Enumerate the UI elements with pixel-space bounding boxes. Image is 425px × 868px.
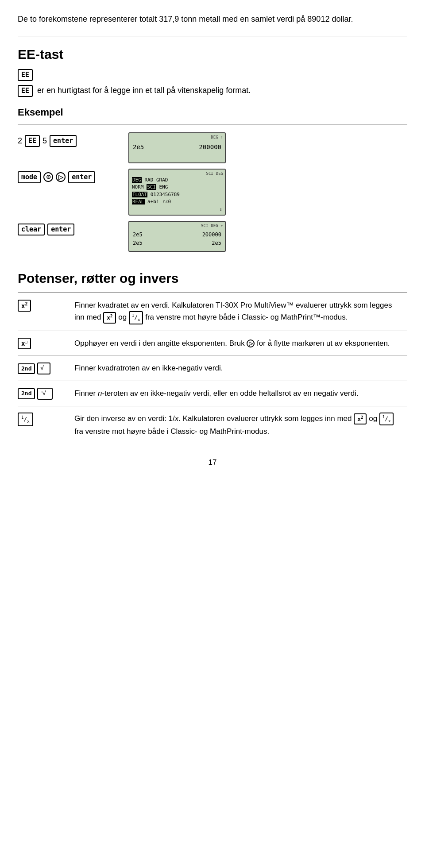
desc-cell-nthroot: Finner n-teroten av en ikke-negativ verd…	[71, 381, 407, 406]
screen-3-indicators: SCI DEG ↑	[201, 223, 223, 229]
table-row-sqrt: 2nd √ Finner kvadratroten av en ikke-neg…	[18, 356, 407, 381]
mode-row-4: REAL a+bi r∠θ	[132, 198, 222, 206]
powers-table: x2 Finner kvadratet av en verdi. Kalkula…	[18, 293, 407, 444]
mode-screen: SCI DEG DEG RAD GRAD NORM SCI ENG FLOAT …	[128, 169, 226, 216]
mode-row-3: FLOAT 0123456789	[132, 191, 222, 199]
example-label: Eksempel	[18, 105, 407, 120]
ee-description: EE er en hurtigtast for å legge inn et t…	[18, 85, 407, 97]
mode-row-1: DEG RAD GRAD	[132, 177, 222, 184]
key-5: 5	[42, 135, 47, 147]
inline-arrow-right: ▷	[247, 339, 255, 347]
ee-key-inline: EE	[18, 85, 33, 97]
key-x2: x2	[18, 300, 31, 312]
example-row-1-keys: 2 EE 5 enter	[18, 132, 115, 147]
divider-example-top	[18, 124, 407, 124]
example-row-3-keys: clear enter	[18, 221, 115, 235]
screen-1-left: 2e5	[133, 142, 144, 152]
divider-potenser-top	[18, 260, 407, 260]
screen-3-row-2: 2e5 2e5	[133, 239, 221, 247]
desc-cell-inv: Gir den inverse av en verdi: 1/x. Kalkul…	[71, 406, 407, 444]
example-row-1: 2 EE 5 enter DEG ↑ 2e5 200000	[18, 132, 407, 163]
key-enter-1: enter	[50, 135, 77, 147]
ee-section-heading: EE-tast	[18, 44, 407, 64]
key-2: 2	[18, 135, 22, 147]
key-enter-3: enter	[47, 224, 74, 235]
example-row-2-keys: mode ⊙ ▷ enter	[18, 169, 115, 183]
key-inv: 1/x	[18, 413, 33, 426]
screen-3-line2-left: 2e5	[133, 239, 143, 247]
desc-cell-xexp: Opphøyer en verdi i den angitte eksponen…	[71, 331, 407, 356]
screen-1-right: 200000	[199, 142, 221, 152]
key-arrow-right: ▷	[56, 172, 66, 182]
key-sqrt-bracket: √	[37, 363, 50, 374]
inline-key-x2-inv: x2	[354, 413, 367, 425]
table-row-xexp: x□ Opphøyer en verdi i den angitte ekspo…	[18, 331, 407, 356]
mode-indicators: SCI DEG	[206, 171, 223, 177]
key-cell-nthroot: 2nd n√	[18, 381, 71, 406]
key-ee: EE	[25, 135, 40, 147]
screen-3: SCI DEG ↑ 2e5 200000 2e5 2e5	[128, 221, 226, 252]
intro-text: De to forekomstene representerer totalt …	[18, 13, 407, 25]
key-cell-inv: 1/x	[18, 406, 71, 444]
page-number: 17	[18, 457, 407, 468]
key-xexp: x□	[18, 338, 31, 349]
key-cell-xexp: x□	[18, 331, 71, 356]
screen-3-line1-right: 200000	[202, 231, 221, 239]
divider-top	[18, 36, 407, 36]
inline-key-x2: x2	[103, 312, 116, 324]
example-row-3: clear enter SCI DEG ↑ 2e5 200000 2e5 2e5	[18, 221, 407, 252]
mode-rows-container: DEG RAD GRAD NORM SCI ENG FLOAT 01234567…	[132, 177, 222, 213]
potenser-heading: Potenser, røtter og invers	[18, 268, 407, 288]
table-row-x2: x2 Finner kvadratet av en verdi. Kalkula…	[18, 293, 407, 331]
table-row-nthroot: 2nd n√ Finner n-teroten av en ikke-negat…	[18, 381, 407, 406]
key-clear: clear	[18, 224, 45, 235]
key-2nd-nthroot: 2nd	[18, 388, 35, 399]
screen-3-row-1: 2e5 200000	[133, 231, 221, 239]
inline-key-inv2: 1/x	[379, 413, 394, 425]
mode-row-5: ↓	[132, 206, 222, 213]
desc-cell-x2: Finner kvadratet av en verdi. Kalkulator…	[71, 293, 407, 331]
key-nthroot-bracket: n√	[37, 388, 52, 400]
key-enter-2: enter	[68, 171, 95, 183]
key-2nd-sqrt: 2nd	[18, 363, 35, 374]
screen-3-content: 2e5 200000 2e5 2e5	[133, 231, 221, 247]
key-cell-x2: x2	[18, 293, 71, 331]
ee-key-display: EE	[18, 69, 33, 81]
inline-key-inv: 1/x	[129, 311, 143, 324]
screen-1-indicators: DEG ↑	[211, 135, 223, 141]
screen-3-line1-left: 2e5	[133, 231, 143, 239]
desc-cell-sqrt: Finner kvadratroten av en ikke-negativ v…	[71, 356, 407, 381]
table-row-inv: 1/x Gir den inverse av en verdi: 1/x. Ka…	[18, 406, 407, 444]
key-circle-down: ⊙	[43, 172, 53, 182]
screen-1: DEG ↑ 2e5 200000	[128, 132, 226, 163]
screen-1-row: 2e5 200000	[133, 142, 221, 152]
screen-3-line2-right: 2e5	[212, 239, 221, 247]
mode-row-2: NORM SCI ENG	[132, 184, 222, 191]
key-cell-sqrt: 2nd √	[18, 356, 71, 381]
example-row-2: mode ⊙ ▷ enter SCI DEG DEG RAD GRAD NORM…	[18, 169, 407, 216]
key-mode: mode	[18, 171, 41, 183]
